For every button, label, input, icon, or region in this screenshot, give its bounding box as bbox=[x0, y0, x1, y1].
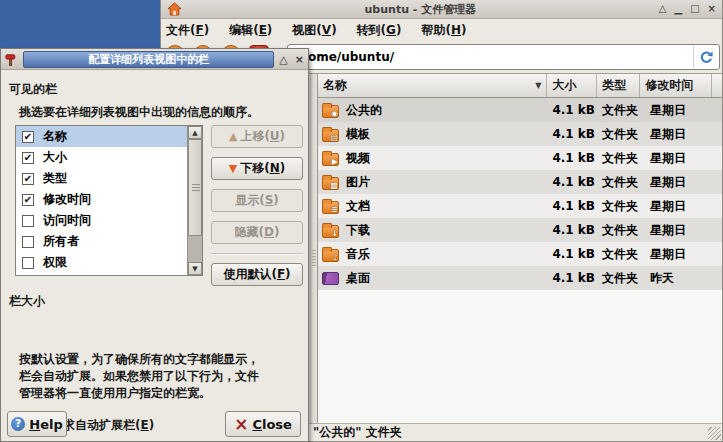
file-row-downloads[interactable]: ↓下载 4.1 kB 文件夹 星期日 bbox=[318, 218, 722, 242]
up-arrow-icon: ▲ bbox=[229, 131, 237, 142]
folder-documents-icon: ≡ bbox=[322, 201, 339, 214]
pane-splitter[interactable] bbox=[310, 74, 318, 423]
minimize-button[interactable]: ▁ bbox=[674, 4, 682, 14]
location-bar-input[interactable]: /home/ubuntu/ bbox=[287, 44, 720, 70]
column-header-modified[interactable]: 修改时间 bbox=[640, 74, 712, 97]
folder-templates-icon: ▤ bbox=[322, 129, 339, 142]
hide-button[interactable]: 隐藏(D) bbox=[211, 221, 303, 244]
maximize-button[interactable]: □ bbox=[690, 4, 699, 14]
dialog-title: 配置详细列表视图中的栏 bbox=[23, 51, 274, 68]
splitter-grip-icon bbox=[312, 250, 316, 266]
checkbox-accessed[interactable] bbox=[22, 215, 34, 227]
home-icon bbox=[167, 2, 182, 16]
status-text: "公共的" 文件夹 bbox=[313, 424, 402, 441]
checkbox-owner[interactable] bbox=[22, 236, 34, 248]
show-button[interactable]: 显示(S) bbox=[211, 189, 303, 212]
main-titlebar[interactable]: ubuntu - 文件管理器 △ ▁ □ × bbox=[161, 0, 722, 19]
column-size-description: 按默认设置，为了确保所有的文字都能显示， 栏会自动扩展。如果您禁用了以下行为，文… bbox=[19, 351, 259, 402]
column-item-owner[interactable]: 所有者 bbox=[16, 231, 187, 252]
close-button[interactable]: × bbox=[708, 4, 716, 14]
desktop: ubuntu - 文件管理器 △ ▁ □ × 文件(F) 编辑(E) 视图(V)… bbox=[0, 0, 723, 442]
file-row-documents[interactable]: ≡文档 4.1 kB 文件夹 星期日 bbox=[318, 194, 722, 218]
menubar: 文件(F) 编辑(E) 视图(V) 转到(G) 帮助(H) bbox=[161, 19, 722, 41]
column-item-accessed[interactable]: 访问时间 bbox=[16, 210, 187, 231]
dialog-shade-button[interactable]: △ bbox=[279, 53, 287, 66]
file-row-desktop[interactable]: 桌面 4.1 kB 文件夹 昨天 bbox=[318, 266, 722, 290]
help-button[interactable]: ? Help bbox=[7, 411, 67, 437]
use-default-button[interactable]: 使用默认(F) bbox=[211, 263, 303, 286]
desktop-icon bbox=[322, 272, 339, 285]
refresh-icon[interactable] bbox=[693, 46, 718, 68]
dialog-titlebar[interactable]: 配置详细列表视图中的栏 △ × bbox=[1, 49, 308, 70]
column-config-dialog: 配置详细列表视图中的栏 △ × 可见的栏 挑选要在详细列表视图中出现的信息的顺序… bbox=[0, 48, 309, 442]
scrollbar-thumb[interactable] bbox=[188, 139, 202, 236]
folder-music-icon: ♪ bbox=[322, 249, 339, 262]
folder-downloads-icon: ↓ bbox=[322, 225, 339, 238]
columns-listbox: ✔名称 ✔大小 ✔类型 ✔修改时间 访问时间 所有者 权限 ▲ ▼ bbox=[15, 125, 203, 276]
tool-icon bbox=[5, 53, 18, 66]
help-icon: ? bbox=[11, 417, 25, 431]
column-header-size[interactable]: 大小 bbox=[547, 74, 597, 97]
location-path: /home/ubuntu/ bbox=[295, 50, 394, 64]
column-item-permissions[interactable]: 权限 bbox=[16, 252, 187, 273]
thumb-grip-icon bbox=[192, 184, 200, 191]
menu-file[interactable]: 文件(F) bbox=[164, 21, 211, 40]
menu-go[interactable]: 转到(G) bbox=[355, 21, 404, 40]
scroll-down-icon[interactable]: ▼ bbox=[188, 262, 202, 275]
close-x-icon: × bbox=[234, 417, 248, 431]
folder-pictures-icon: ▩ bbox=[322, 177, 339, 190]
dialog-close-button[interactable]: × bbox=[295, 53, 304, 66]
column-size-heading: 栏大小 bbox=[9, 293, 45, 310]
checkbox-name[interactable]: ✔ bbox=[22, 131, 34, 143]
file-row-public[interactable]: ◉公共的 4.1 kB 文件夹 星期日 bbox=[318, 98, 722, 122]
folder-publicshare-icon: ◉ bbox=[322, 105, 339, 118]
close-button-dialog[interactable]: × Close bbox=[225, 411, 301, 437]
folder-videos-icon: ▶ bbox=[322, 153, 339, 166]
column-item-name[interactable]: ✔名称 bbox=[16, 126, 187, 147]
instruction-text: 挑选要在详细列表视图中出现的信息的顺序。 bbox=[19, 104, 259, 121]
checkbox-permissions[interactable] bbox=[22, 257, 34, 269]
file-row-music[interactable]: ♪音乐 4.1 kB 文件夹 星期日 bbox=[318, 242, 722, 266]
column-item-modified[interactable]: ✔修改时间 bbox=[16, 189, 187, 210]
file-row-templates[interactable]: ▤模板 4.1 kB 文件夹 星期日 bbox=[318, 122, 722, 146]
scroll-up-icon[interactable]: ▲ bbox=[188, 126, 202, 139]
sort-descending-icon: ▼ bbox=[535, 81, 541, 90]
resize-grip[interactable] bbox=[708, 427, 721, 440]
checkbox-modified[interactable]: ✔ bbox=[22, 194, 34, 206]
list-header: 名称 ▼ 大小 类型 修改时间 bbox=[318, 74, 722, 98]
checkbox-size[interactable]: ✔ bbox=[22, 152, 34, 164]
down-arrow-icon: ▼ bbox=[229, 163, 237, 174]
move-down-button[interactable]: ▼下移(N) bbox=[211, 157, 303, 180]
move-up-button[interactable]: ▲上移(U) bbox=[211, 125, 303, 148]
menu-help[interactable]: 帮助(H) bbox=[419, 21, 468, 40]
shade-button[interactable]: △ bbox=[659, 4, 667, 14]
checkbox-type[interactable]: ✔ bbox=[22, 173, 34, 185]
file-list: 名称 ▼ 大小 类型 修改时间 ◉公共的 4.1 kB 文件夹 星期日 ▤模板 bbox=[318, 74, 722, 423]
column-header-name[interactable]: 名称 ▼ bbox=[318, 74, 547, 97]
window-title: ubuntu - 文件管理器 bbox=[182, 2, 659, 17]
column-item-type[interactable]: ✔类型 bbox=[16, 168, 187, 189]
file-row-pictures[interactable]: ▩图片 4.1 kB 文件夹 星期日 bbox=[318, 170, 722, 194]
listbox-scrollbar[interactable]: ▲ ▼ bbox=[187, 126, 202, 275]
menu-edit[interactable]: 编辑(E) bbox=[227, 21, 274, 40]
button-separator bbox=[211, 253, 303, 255]
menu-view[interactable]: 视图(V) bbox=[290, 21, 338, 40]
column-header-type[interactable]: 类型 bbox=[597, 74, 640, 97]
column-header-filler bbox=[712, 74, 722, 97]
column-item-size[interactable]: ✔大小 bbox=[16, 147, 187, 168]
visible-columns-heading: 可见的栏 bbox=[9, 81, 57, 98]
file-row-videos[interactable]: ▶视频 4.1 kB 文件夹 星期日 bbox=[318, 146, 722, 170]
